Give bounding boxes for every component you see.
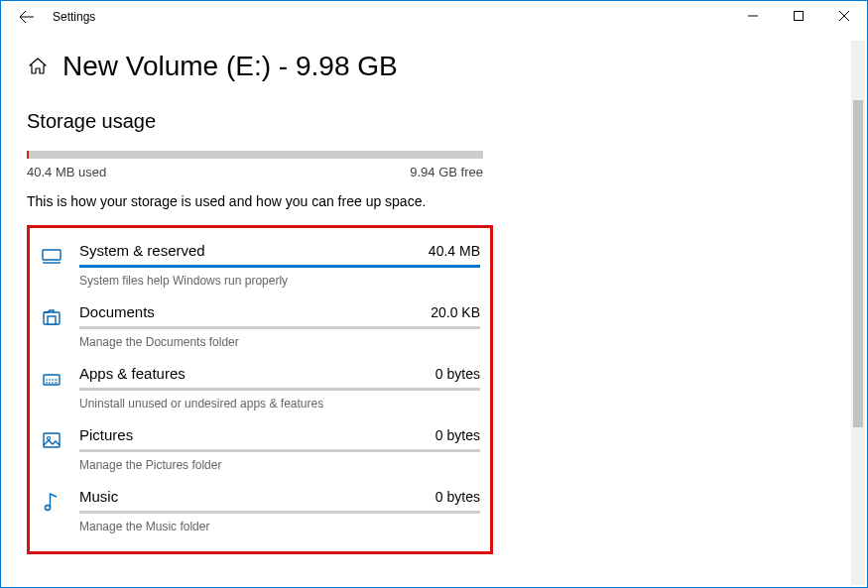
svg-point-7: [46, 506, 51, 511]
category-size: 0 bytes: [435, 489, 480, 505]
storage-free-label: 9.94 GB free: [410, 165, 483, 179]
category-bar: [79, 511, 480, 514]
storage-usage-bar-fill: [27, 151, 29, 159]
scrollbar[interactable]: [851, 41, 865, 585]
home-icon[interactable]: [27, 56, 49, 77]
storage-bar-labels: 40.4 MB used 9.94 GB free: [27, 165, 483, 179]
storage-used-label: 40.4 MB used: [27, 165, 106, 179]
category-name: Music: [79, 488, 118, 505]
category-description: Manage the Pictures folder: [79, 458, 480, 472]
titlebar: Settings: [1, 1, 867, 33]
page-title: New Volume (E:) - 9.98 GB: [62, 51, 398, 82]
category-name: System & reserved: [79, 242, 205, 259]
category-description: System files help Windows run properly: [79, 274, 480, 288]
minimize-button[interactable]: [730, 1, 776, 31]
close-button[interactable]: [821, 1, 867, 31]
back-arrow-icon: [19, 9, 35, 25]
scrollbar-thumb[interactable]: [853, 100, 863, 427]
minimize-icon: [748, 11, 758, 21]
maximize-icon: [794, 11, 804, 21]
category-size: 20.0 KB: [431, 304, 480, 320]
back-button[interactable]: [13, 3, 41, 31]
svg-rect-5: [44, 433, 60, 447]
storage-description: This is how your storage is used and how…: [27, 193, 841, 209]
music-icon: [40, 490, 63, 514]
category-name: Documents: [79, 303, 155, 320]
svg-rect-3: [48, 316, 56, 324]
categories-highlight-box: System & reserved40.4 MBSystem files hel…: [27, 225, 493, 554]
category-bar-fill: [79, 265, 480, 268]
storage-category-pictures[interactable]: Pictures0 bytesManage the Pictures folde…: [40, 420, 480, 482]
apps-icon: [40, 367, 63, 391]
storage-category-music[interactable]: Music0 bytesManage the Music folder: [40, 482, 480, 543]
svg-rect-1: [43, 250, 61, 260]
category-size: 0 bytes: [435, 427, 480, 443]
window-controls: [730, 1, 867, 31]
pictures-icon: [40, 428, 63, 452]
svg-rect-0: [795, 12, 804, 21]
category-name: Apps & features: [79, 365, 186, 382]
close-icon: [839, 11, 849, 21]
storage-category-system[interactable]: System & reserved40.4 MBSystem files hel…: [40, 236, 480, 297]
storage-usage-bar: [27, 151, 483, 159]
category-bar: [79, 449, 480, 452]
section-heading: Storage usage: [27, 110, 841, 133]
page-header: New Volume (E:) - 9.98 GB: [27, 51, 841, 82]
system-icon: [40, 244, 63, 268]
category-bar: [79, 326, 480, 329]
category-name: Pictures: [79, 426, 133, 443]
storage-category-documents[interactable]: Documents20.0 KBManage the Documents fol…: [40, 297, 480, 359]
documents-icon: [40, 305, 63, 329]
storage-category-apps[interactable]: Apps & features0 bytesUninstall unused o…: [40, 359, 480, 420]
category-description: Manage the Documents folder: [79, 335, 480, 349]
category-description: Manage the Music folder: [79, 520, 480, 533]
category-bar: [79, 265, 480, 268]
maximize-button[interactable]: [776, 1, 821, 31]
category-size: 0 bytes: [435, 366, 480, 382]
app-name: Settings: [53, 10, 95, 24]
category-size: 40.4 MB: [429, 243, 480, 259]
category-description: Uninstall unused or undesired apps & fea…: [79, 397, 480, 411]
category-bar: [79, 388, 480, 391]
